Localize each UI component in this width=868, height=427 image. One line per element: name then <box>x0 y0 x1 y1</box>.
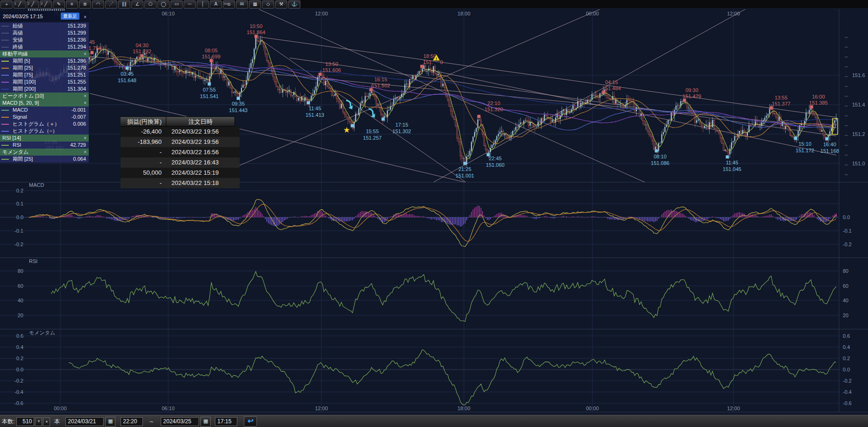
svg-text:0.4: 0.4 <box>843 344 850 350</box>
mail-stamp-tool[interactable]: ✉ <box>236 0 248 8</box>
arrow-down-icon <box>346 100 350 107</box>
close-icon[interactable]: × <box>84 135 86 142</box>
angle-fan-tool[interactable]: ∠ <box>131 0 143 8</box>
close-icon[interactable]: × <box>84 13 86 22</box>
indicator-value-row: 期間 [25]0.064 <box>0 156 89 163</box>
order-pl-value: -26,400 <box>121 127 166 137</box>
legend-line-swatch <box>1 159 9 160</box>
legend-line-swatch <box>1 68 9 69</box>
svg-text:60: 60 <box>843 283 848 289</box>
svg-text:0.2: 0.2 <box>16 188 23 193</box>
trendline-3-tool[interactable]: ╱3 <box>40 0 52 8</box>
swing-marker <box>602 91 605 94</box>
brush-tool[interactable]: ✎ <box>53 0 65 8</box>
ray-fan-tool[interactable]: ⋰ <box>105 0 117 8</box>
swing-marker <box>463 162 467 165</box>
close-icon[interactable]: × <box>84 50 86 57</box>
calendar-from-icon[interactable]: ▦ <box>105 417 115 427</box>
vertical-grid-tool[interactable]: ∥∥ <box>118 0 130 8</box>
anchor-tool[interactable]: ⚓ <box>288 0 300 8</box>
edit-tools-tool[interactable]: ⚒ <box>275 0 287 8</box>
count-spin-up-icon[interactable]: ▲ <box>43 417 50 426</box>
order-pl-value: -183,960 <box>121 137 166 147</box>
svg-text:-0.2: -0.2 <box>843 378 852 384</box>
date-to-input[interactable]: 2024/03/25 <box>161 417 199 426</box>
trendline-2-tool[interactable]: ╱2 <box>27 0 39 8</box>
row-label: MACD <box>13 107 28 114</box>
svg-text:-0.6: -0.6 <box>843 400 852 406</box>
indicator-value-row: Signal-0.007 <box>0 114 89 121</box>
svg-text:151.484: 151.484 <box>602 85 621 91</box>
close-icon[interactable]: × <box>84 93 86 100</box>
time-from-input[interactable]: 22:20 <box>121 417 143 426</box>
swing-marker <box>307 101 310 104</box>
svg-text:04:15: 04:15 <box>605 79 618 85</box>
gauge-fan-tool[interactable]: ◠ <box>92 0 104 8</box>
ellipse-tool[interactable]: ◯ <box>157 0 170 8</box>
count-spin-down-icon[interactable]: ▼ <box>35 417 42 426</box>
svg-text:-0.2: -0.2 <box>14 378 23 384</box>
legend-line-swatch <box>1 75 9 76</box>
svg-text:03:45: 03:45 <box>121 71 134 77</box>
panel-drag-handle[interactable] <box>28 9 65 11</box>
legend-line-swatch <box>1 145 9 146</box>
svg-text:09:35: 09:35 <box>232 101 245 107</box>
legend-line-swatch <box>1 61 9 62</box>
svg-text:00:00: 00:00 <box>586 406 599 411</box>
svg-text:0.6: 0.6 <box>843 333 850 339</box>
pattern-stamp-tool[interactable]: ▦ <box>249 0 261 8</box>
close-icon[interactable]: × <box>84 149 86 156</box>
row-label: 高値 <box>13 29 23 36</box>
row-value: 0.006 <box>73 121 86 128</box>
svg-text:151.541: 151.541 <box>200 93 219 99</box>
icon-stamp-tool[interactable]: ☺icon <box>223 0 235 8</box>
indicator-value-row: 期間 [100]151.255 <box>0 78 89 85</box>
bar-count-input[interactable]: 510 <box>16 417 34 426</box>
row-label: ピークボトム [10] <box>2 93 44 100</box>
date-from-input[interactable]: 2024/03/21 <box>65 417 104 426</box>
swing-marker <box>726 155 729 158</box>
order-row: -2024/03/22 15:18 <box>121 178 240 188</box>
svg-text:0: 0 <box>440 59 443 65</box>
order-row: -2024/03/22 16:43 <box>121 157 240 168</box>
polygon-tool[interactable]: ⬠ <box>144 0 157 8</box>
svg-text:10:50: 10:50 <box>249 23 263 29</box>
crosshair-tool[interactable]: ＋ <box>0 0 13 8</box>
close-icon[interactable]: × <box>84 100 86 107</box>
trendline-1-tool[interactable]: ╱1 <box>14 0 26 8</box>
row-value: 0.064 <box>73 156 86 163</box>
rectangle-tool[interactable]: ▭ <box>171 0 183 8</box>
time-to-input[interactable]: 17:15 <box>215 417 237 426</box>
reset-range-button[interactable]: ↩ <box>244 416 257 427</box>
legend-line-swatch <box>1 89 9 90</box>
indicator-header-row: RSI [14]× <box>0 135 89 142</box>
latest-bar-badge[interactable]: 最新足 <box>61 13 79 20</box>
parallel-lines-tool[interactable]: ≡ <box>66 0 78 8</box>
chart-canvas[interactable]: 00:0006:1012:0018:0000:0012:0000:0006:10… <box>0 0 868 427</box>
svg-text:151.168: 151.168 <box>820 148 839 154</box>
calendar-to-icon[interactable]: ▦ <box>200 417 211 427</box>
svg-text:00:00: 00:00 <box>586 11 599 16</box>
svg-text:18:00: 18:00 <box>457 406 470 411</box>
row-label: RSI [14] <box>2 135 21 142</box>
text-tool[interactable]: A <box>210 0 222 8</box>
svg-text:0.0: 0.0 <box>16 367 23 372</box>
swing-marker <box>91 51 94 54</box>
range-separator: ～ <box>149 418 154 426</box>
svg-text:00:00: 00:00 <box>54 406 67 411</box>
vertical-line-tool[interactable]: │ <box>197 0 209 8</box>
eraser-tool[interactable]: ◇ <box>262 0 274 8</box>
svg-text:0.0: 0.0 <box>16 214 23 220</box>
horizontal-line-tool[interactable]: ─ <box>184 0 196 8</box>
svg-text:22:45: 22:45 <box>489 156 502 161</box>
svg-text:07:55: 07:55 <box>203 87 216 93</box>
svg-text:151.864: 151.864 <box>247 29 265 35</box>
indicator-header-row: MACD [5, 20, 9]× <box>0 100 89 107</box>
multi-lines-tool[interactable]: ≣ <box>79 0 91 8</box>
svg-text:151.: 151. <box>423 59 433 65</box>
svg-text:12:00: 12:00 <box>727 406 740 411</box>
svg-text:151.257: 151.257 <box>363 135 382 141</box>
rsi-line <box>51 271 837 321</box>
orders-table-header: 損益(円換算) 注文日時 <box>121 116 240 127</box>
current-bar-titlebar: 2024/03/25 17:15 00:00 最新足 × <box>0 12 89 21</box>
